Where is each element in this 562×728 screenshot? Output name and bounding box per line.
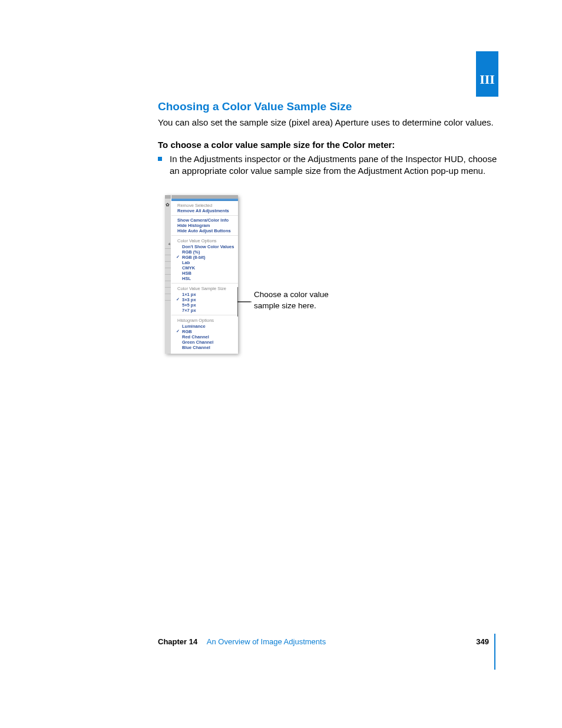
menu-item-colorvalue-label-2: RGB (8-bit) (182, 255, 206, 260)
screenshot-ruler: 4 (165, 242, 171, 354)
menu-item-histogram-label-1: RGB (182, 329, 192, 334)
menu-item-samplesize-3[interactable]: 7×7 px (171, 308, 238, 313)
bullet-icon (158, 157, 166, 161)
menu-group-top: Remove Selected Remove All Adjustments (171, 201, 238, 216)
page-footer: Chapter 14 An Overview of Image Adjustme… (158, 637, 498, 647)
menu-item-colorvalue-1[interactable]: RGB (%) (171, 249, 238, 255)
section-heading: Choosing a Color Value Sample Size (158, 99, 498, 114)
page-content: Choosing a Color Value Sample Size You c… (158, 99, 498, 354)
menu-item-samplesize-label-0: 1×1 px (182, 292, 196, 297)
menu-item-histogram-label-4: Blue Channel (182, 345, 210, 350)
menu-item-histogram-label-3: Green Channel (182, 340, 213, 345)
menu-item-colorvalue-6[interactable]: HSL (171, 276, 238, 281)
menu-item-remove-all[interactable]: Remove All Adjustments (171, 208, 238, 213)
menu-item-colorvalue-0[interactable]: Don't Show Color Values (171, 244, 238, 249)
screenshot-figure: ✿ 4 Remove Selected Remove All Adjustmen… (158, 195, 498, 354)
menu-group-colorvalue: Color Value Options Don't Show Color Val… (171, 236, 238, 284)
menu-item-colorvalue-label-3: Lab (182, 260, 190, 265)
menu-item-samplesize-1[interactable]: ✓3×3 px (171, 297, 238, 302)
menu-header-samplesize: Color Value Sample Size (171, 285, 238, 292)
svg-rect-0 (158, 157, 162, 161)
check-icon: ✓ (176, 255, 180, 259)
menu-item-samplesize-2[interactable]: 5×5 px (171, 302, 238, 308)
menu-item-histogram-2[interactable]: Red Channel (171, 334, 238, 340)
menu-item-colorvalue-label-4: CMYK (182, 265, 195, 271)
footer-chapter: Chapter 14 (158, 637, 197, 646)
menu-group-samplesize: Color Value Sample Size 1×1 px✓3×3 px5×5… (171, 284, 238, 315)
footer-chapter-title: An Overview of Image Adjustments (207, 637, 326, 646)
menu-item-show-camera[interactable]: Show Camera/Color Info (171, 218, 238, 223)
menu-item-samplesize-label-2: 5×5 px (182, 302, 196, 308)
step-item: In the Adjustments inspector or the Adju… (158, 153, 498, 177)
callout: Choose a color value sample size here. (237, 289, 329, 317)
menu-item-colorvalue-label-1: RGB (%) (182, 249, 200, 255)
menu-group-histogram: Histogram Options Luminance✓RGBRed Chann… (171, 315, 238, 354)
footer-left: Chapter 14 An Overview of Image Adjustme… (158, 637, 326, 647)
menu-header-histogram: Histogram Options (171, 317, 238, 324)
menu-item-histogram-3[interactable]: Green Channel (171, 340, 238, 345)
menu-item-colorvalue-3[interactable]: Lab (171, 260, 238, 265)
menu-item-samplesize-0[interactable]: 1×1 px (171, 292, 238, 297)
part-label: III (480, 71, 495, 88)
screenshot-left-strip: ✿ 4 (165, 195, 171, 354)
check-icon: ✓ (176, 297, 180, 302)
part-tab: III (476, 51, 498, 97)
menu-header-colorvalue: Color Value Options (171, 238, 238, 244)
menu-item-hide-histogram[interactable]: Hide Histogram (171, 223, 238, 228)
callout-line1: Choose a color value (254, 290, 329, 299)
menu-item-colorvalue-label-5: HSB (182, 271, 191, 276)
intro-paragraph: You can also set the sample size (pixel … (158, 117, 498, 129)
check-icon: ✓ (176, 329, 180, 334)
callout-text: Choose a color value sample size here. (254, 289, 329, 311)
menu-item-colorvalue-label-6: HSL (182, 276, 191, 281)
menu-item-colorvalue-5[interactable]: HSB (171, 271, 238, 276)
menu-group-info: Show Camera/Color Info Hide Histogram Hi… (171, 216, 238, 236)
menu-item-histogram-label-2: Red Channel (182, 334, 209, 340)
menu-item-colorvalue-2[interactable]: ✓RGB (8-bit) (171, 255, 238, 260)
menu-item-hide-auto[interactable]: Hide Auto Adjust Buttons (171, 228, 238, 233)
menu-item-colorvalue-4[interactable]: CMYK (171, 265, 238, 271)
callout-line (237, 287, 252, 317)
menu-item-histogram-0[interactable]: Luminance (171, 324, 238, 329)
callout-line2: sample size here. (254, 301, 316, 310)
step-text: In the Adjustments inspector or the Adju… (170, 153, 498, 177)
menu-item-samplesize-label-3: 7×7 px (182, 308, 196, 313)
menu-item-histogram-4[interactable]: Blue Channel (171, 345, 238, 350)
menu-item-colorvalue-label-0: Don't Show Color Values (182, 244, 234, 249)
gear-icon: ✿ (166, 202, 170, 207)
menu-item-histogram-1[interactable]: ✓RGB (171, 329, 238, 334)
menu-screenshot: ✿ 4 Remove Selected Remove All Adjustmen… (165, 195, 238, 354)
footer-rule (494, 634, 495, 670)
menu-item-remove-selected[interactable]: Remove Selected (171, 203, 238, 208)
menu-item-histogram-label-0: Luminance (182, 324, 206, 329)
menu-item-samplesize-label-1: 3×3 px (182, 297, 196, 302)
step-intro: To choose a color value sample size for … (158, 139, 498, 151)
